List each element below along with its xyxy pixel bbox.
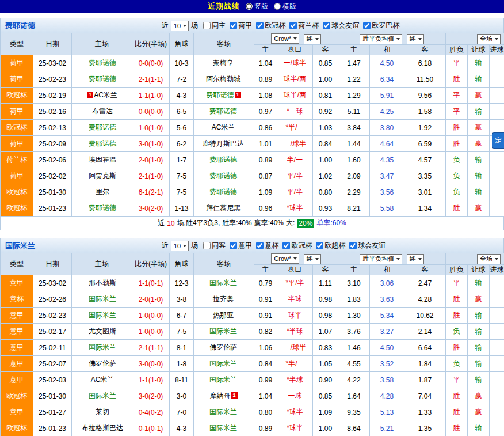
home-team-name[interactable]: 国际米兰 (89, 392, 116, 400)
home-team-name[interactable]: 布雷达 (92, 107, 113, 115)
away-team-name[interactable]: 热那亚 (213, 311, 234, 319)
same-venue-checkbox[interactable] (203, 22, 211, 29)
away-team-name[interactable]: AC米兰 (212, 123, 235, 131)
top-bar: 近期战绩 竖版 横版 (0, 0, 504, 13)
filter-competition-0[interactable]: 意甲 (230, 241, 252, 251)
filter-competition-2[interactable]: 荷兰杯 (289, 21, 319, 31)
europe-odds-select[interactable]: 胜平负均值 (360, 34, 402, 44)
away-team-name[interactable]: 拜仁慕尼黑 (206, 204, 240, 212)
home-team-name[interactable]: 费耶诺德 (89, 59, 116, 67)
handicap-away-odds: 1.03 (313, 120, 338, 136)
same-venue-checkbox[interactable] (203, 242, 211, 249)
home-team-name[interactable]: 费耶诺德 (89, 204, 116, 212)
home-team-name[interactable]: AC米兰 (91, 376, 114, 384)
odds-away-win: 3.01 (404, 184, 446, 200)
home-team-cell: 布雷达 (72, 104, 132, 120)
filter-same-venue[interactable]: 同客 (203, 241, 226, 251)
filter-competition-3[interactable]: 欧超杯 (316, 241, 345, 251)
horizontal-radio[interactable] (274, 3, 281, 10)
filter-competition-3[interactable]: 球会友谊 (323, 21, 359, 31)
bookmaker-select[interactable]: Crow* (271, 33, 299, 44)
match-count-select[interactable]: 10 (171, 21, 189, 31)
home-team-name[interactable]: 费耶诺德 (89, 139, 116, 147)
vertical-radio[interactable] (246, 3, 253, 10)
away-team-name[interactable]: 阿尔梅勒城 (206, 75, 240, 83)
competition-checkbox[interactable] (230, 242, 237, 249)
layout-horizontal-option[interactable]: 横版 (274, 2, 296, 12)
home-team-name[interactable]: 阿贾克斯 (89, 172, 116, 180)
away-team-name[interactable]: 佛罗伦萨 (209, 343, 237, 351)
away-team-name[interactable]: 费耶诺德 (209, 107, 237, 115)
odds-home-win: 1.46 (338, 340, 370, 356)
home-team-name[interactable]: AC米兰 (94, 91, 117, 99)
away-team-cell: 拉齐奥 (194, 291, 254, 308)
away-team-name[interactable]: 国际米兰 (209, 327, 237, 335)
filter-competition-0[interactable]: 荷甲 (230, 21, 252, 31)
europe-odds-select[interactable]: 胜平负均值 (360, 254, 402, 264)
filter-competition-4[interactable]: 球会友谊 (349, 241, 385, 251)
competition-checkbox[interactable] (323, 22, 330, 29)
away-team-name[interactable]: 奈梅亨 (213, 59, 234, 67)
odds-time-select[interactable]: 终 (304, 254, 321, 264)
team-name[interactable]: 费耶诺德 (1, 21, 161, 31)
away-team-name[interactable]: 鹿特丹斯巴达 (203, 139, 244, 147)
odds-draw: 3.80 (370, 120, 404, 136)
home-team-cell: 1AC米兰 (72, 88, 132, 104)
handicap-away-odds: 1.00 (313, 420, 338, 436)
away-team-name[interactable]: 费耶诺德 (209, 188, 237, 196)
home-team-name[interactable]: 尤文图斯 (89, 327, 116, 335)
horizontal-radio-label: 横版 (282, 2, 296, 12)
filter-competition-4[interactable]: 欧罗巴杯 (363, 21, 399, 31)
filter-same-venue[interactable]: 同主 (203, 21, 226, 31)
home-team-name[interactable]: 那不勒斯 (89, 279, 116, 287)
side-tab-button[interactable]: 定 (492, 132, 504, 149)
home-team-name[interactable]: 费耶诺德 (89, 123, 116, 131)
handicap-away-odds: 1.09 (313, 404, 338, 420)
home-team-name[interactable]: 埃因霍温 (89, 156, 116, 164)
away-team-name[interactable]: 国际米兰 (209, 279, 237, 287)
team-name[interactable]: 国际米兰 (1, 241, 161, 251)
handicap-line: 半/一 (277, 152, 313, 168)
home-team-name[interactable]: 费耶诺德 (89, 75, 116, 83)
match-count-select[interactable]: 10 (171, 241, 189, 251)
layout-vertical-option[interactable]: 竖版 (246, 2, 268, 12)
col-type-header: 类型 (1, 253, 33, 275)
odds-home-win: 1.22 (338, 71, 370, 88)
europe-time-select[interactable]: 终 (407, 34, 424, 44)
scope-select[interactable]: 全场 (477, 34, 501, 44)
filter-competition-1[interactable]: 欧冠杯 (256, 21, 285, 31)
home-team-name[interactable]: 国际米兰 (89, 343, 116, 351)
competition-checkbox[interactable] (363, 22, 371, 29)
away-team-name[interactable]: 摩纳哥 (210, 392, 231, 400)
away-team-name[interactable]: 拉齐奥 (213, 295, 234, 303)
away-team-name[interactable]: 费耶诺德 (207, 91, 234, 99)
competition-checkbox[interactable] (289, 22, 297, 29)
competition-checkbox[interactable] (256, 242, 264, 249)
home-team-name[interactable]: 国际米兰 (89, 295, 116, 303)
home-team-name[interactable]: 国际米兰 (89, 311, 116, 319)
scope-select[interactable]: 全场 (477, 254, 501, 264)
competition-checkbox[interactable] (256, 22, 264, 29)
competition-checkbox[interactable] (316, 242, 323, 249)
filter-competition-2[interactable]: 欧冠杯 (282, 241, 312, 251)
away-team-name[interactable]: 费耶诺德 (209, 156, 237, 164)
match-row: 意甲 25-03-02 那不勒斯 1-1(0-1) 12-3 国际米兰 0.79… (1, 275, 504, 291)
away-team-name[interactable]: 国际米兰 (209, 359, 237, 367)
competition-checkbox[interactable] (349, 242, 357, 249)
home-team-name[interactable]: 莱切 (96, 408, 109, 416)
home-team-name[interactable]: 布拉格斯巴达 (82, 424, 123, 432)
europe-time-select[interactable]: 终 (407, 254, 424, 264)
home-team-name[interactable]: 佛罗伦萨 (89, 359, 116, 367)
competition-checkbox[interactable] (282, 242, 290, 249)
competition-checkbox[interactable] (230, 22, 237, 29)
odds-away-win: 10.62 (404, 308, 446, 324)
away-team-name[interactable]: 国际米兰 (209, 408, 237, 416)
away-team-name[interactable]: 国际米兰 (209, 376, 237, 384)
away-team-name[interactable]: 国际米兰 (209, 424, 237, 432)
bookmaker-select[interactable]: Crow* (271, 253, 299, 264)
home-team-name[interactable]: 里尔 (96, 188, 109, 196)
home-team-cell: 费耶诺德 (72, 120, 132, 136)
filter-competition-1[interactable]: 意杯 (256, 241, 278, 251)
away-team-name[interactable]: 费耶诺德 (209, 172, 237, 180)
odds-time-select[interactable]: 终 (304, 34, 321, 44)
